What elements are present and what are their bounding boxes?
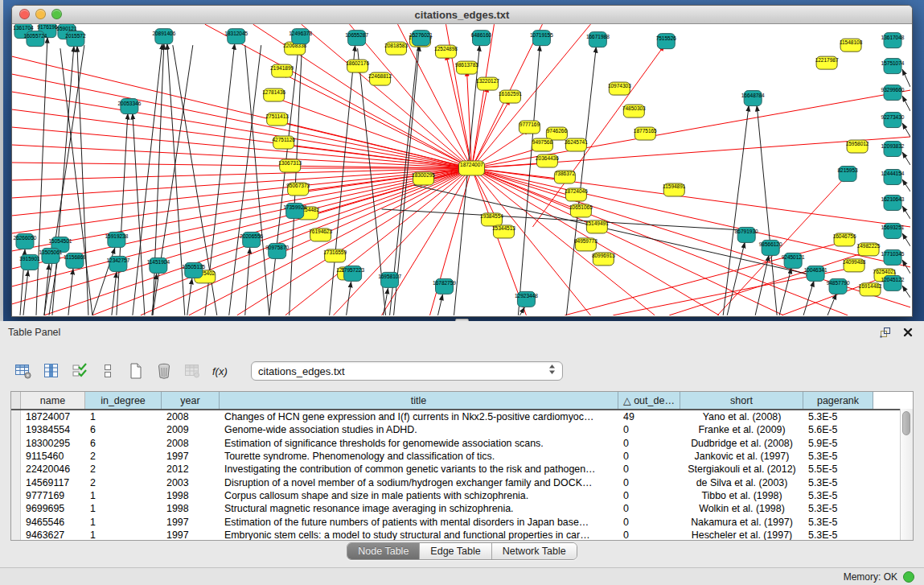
table-cell[interactable]: Genome-wide association studies in ADHD. — [220, 424, 618, 435]
table-row[interactable]: 1872400712008Changes of HCN gene express… — [11, 410, 913, 423]
tab-network-table[interactable]: Network Table — [492, 543, 577, 559]
table-cell[interactable]: 6 — [85, 424, 162, 435]
network-window-titlebar[interactable]: citations_edges.txt — [12, 6, 912, 24]
table-cell[interactable]: 5.3E-5 — [803, 503, 873, 514]
table-row[interactable]: 946554611997Estimation of the future num… — [11, 515, 913, 528]
table-cell[interactable]: 1 — [85, 529, 162, 541]
table-cell[interactable]: 5.6E-5 — [803, 424, 873, 435]
table-vertical-scrollbar[interactable] — [900, 409, 913, 540]
table-cell[interactable]: Investigating the contribution of common… — [220, 463, 618, 475]
table-cell[interactable]: 0 — [618, 477, 680, 488]
table-cell[interactable]: Estimation of significance thresholds fo… — [220, 438, 618, 449]
table-cell[interactable]: Jankovic et al. (1997) — [680, 451, 803, 462]
delete-table-icon[interactable] — [154, 360, 175, 382]
table-cell[interactable]: Structural magnetic resonance image aver… — [220, 503, 618, 514]
table-cell[interactable]: 1997 — [162, 529, 220, 541]
table-cell[interactable]: Hescheler et al. (1997) — [680, 529, 803, 541]
table-cell[interactable]: 2008 — [162, 411, 220, 422]
table-cell[interactable]: 2008 — [162, 438, 220, 449]
table-cell[interactable]: Yano et al. (2008) — [680, 411, 803, 422]
select-columns-icon[interactable] — [41, 360, 62, 382]
table-cell[interactable]: Dudbridge et al. (2008) — [680, 438, 803, 449]
table-cell[interactable]: 0 — [618, 463, 680, 475]
new-document-icon[interactable] — [125, 360, 146, 382]
table-selector-dropdown[interactable]: citations_edges.txt — [251, 361, 563, 381]
table-cell[interactable]: 9115460 — [21, 451, 85, 462]
close-button[interactable] — [19, 9, 30, 19]
close-panel-icon[interactable] — [900, 325, 916, 340]
table-cell[interactable]: 9465546 — [21, 517, 85, 528]
table-cell[interactable]: 49 — [618, 411, 680, 422]
table-cell[interactable]: 5.3E-5 — [803, 477, 873, 488]
table-cell[interactable]: 0 — [618, 424, 680, 435]
table-cell[interactable]: 18724007 — [21, 411, 85, 422]
column-header-out-de-[interactable]: △ out_de… — [618, 392, 680, 409]
table-row[interactable]: 1938455462009Genome-wide association stu… — [11, 423, 913, 436]
rows-icon[interactable] — [97, 360, 118, 382]
table-cell[interactable]: 1 — [85, 490, 162, 501]
table-row[interactable]: 911546021997Tourette syndrome. Phenomeno… — [11, 450, 913, 463]
minimize-button[interactable] — [35, 9, 46, 19]
table-cell[interactable]: 5.5E-5 — [803, 463, 873, 475]
table-cell[interactable]: Disruption of a novel member of a sodium… — [220, 477, 618, 488]
table-cell[interactable]: 9463627 — [21, 529, 85, 541]
table-cell[interactable]: 18300295 — [21, 438, 85, 449]
column-header-title[interactable]: title — [220, 392, 618, 409]
table-cell[interactable]: Tourette syndrome. Phenomenology and cla… — [220, 451, 618, 462]
table-cell[interactable]: 0 — [618, 517, 680, 528]
tab-node-table[interactable]: Node Table — [347, 543, 420, 559]
table-cell[interactable]: Embryonic stem cells: a model to study s… — [220, 529, 618, 541]
table-cell[interactable]: 1 — [85, 503, 162, 514]
table-cell[interactable]: 5.3E-5 — [803, 411, 873, 422]
tab-edge-table[interactable]: Edge Table — [420, 543, 491, 559]
scrollbar-thumb[interactable] — [902, 411, 910, 435]
column-header-in-degree[interactable]: in_degree — [85, 392, 162, 409]
table-cell[interactable]: 14569117 — [21, 477, 85, 488]
table-cell[interactable]: Wolkin et al. (1998) — [680, 503, 803, 514]
column-header-year[interactable]: year — [162, 392, 220, 409]
table-cell[interactable]: Corpus callosum shape and size in male p… — [220, 490, 618, 501]
function-builder-icon[interactable]: f(x) — [210, 360, 231, 382]
table-cell[interactable]: 19384554 — [21, 424, 85, 435]
table-row[interactable]: 969969511998Structural magnetic resonanc… — [11, 502, 913, 515]
table-row[interactable]: 1456911722003Disruption of a novel membe… — [11, 476, 913, 488]
table-cell[interactable]: 1998 — [162, 490, 220, 501]
network-graph[interactable]: 2206833821941899127814362751141342751126… — [12, 24, 910, 315]
table-cell[interactable]: 5.9E-5 — [803, 438, 873, 449]
table-cell[interactable]: 2 — [85, 463, 162, 475]
zoom-button[interactable] — [51, 9, 62, 19]
table-cell[interactable]: 0 — [618, 490, 680, 501]
table-row[interactable]: 946362711997Embryonic stem cells: a mode… — [11, 529, 913, 541]
table-cell[interactable]: 1 — [85, 411, 162, 422]
table-cell[interactable]: Franke et al. (2009) — [680, 424, 803, 435]
table-cell[interactable]: 2 — [85, 477, 162, 488]
table-cell[interactable]: de Silva et al. (2003) — [680, 477, 803, 488]
column-header-pagerank[interactable]: pagerank — [803, 392, 873, 409]
table-cell[interactable]: 2 — [85, 451, 162, 462]
column-header-short[interactable]: short — [680, 392, 803, 409]
table-cell[interactable]: 1997 — [162, 451, 220, 462]
table-cell[interactable]: Stergiakouli et al. (2012) — [680, 463, 803, 475]
table-cell[interactable]: 9699695 — [21, 503, 85, 514]
validate-rows-icon[interactable] — [69, 360, 90, 382]
create-table-icon[interactable] — [13, 360, 34, 382]
table-cell[interactable]: Estimation of the future numbers of pati… — [220, 517, 618, 528]
table-cell[interactable]: 2012 — [162, 463, 220, 475]
table-cell[interactable]: 0 — [618, 451, 680, 462]
table-cell[interactable]: 1998 — [162, 503, 220, 514]
table-cell[interactable]: 5.3E-5 — [803, 490, 873, 501]
float-panel-icon[interactable] — [877, 325, 893, 340]
table-row[interactable]: 2242004622012Investigating the contribut… — [11, 463, 913, 476]
table-cell[interactable]: 6 — [85, 438, 162, 449]
table-row[interactable]: 1830029562008Estimation of significance … — [11, 437, 913, 450]
table-cell[interactable]: Tibbo et al. (1998) — [680, 490, 803, 501]
table-cell[interactable]: 0 — [618, 529, 680, 541]
table-cell[interactable]: 5.3E-5 — [803, 529, 873, 541]
table-cell[interactable]: 22420046 — [21, 463, 85, 475]
table-cell[interactable]: 1 — [85, 517, 162, 528]
table-cell[interactable]: Changes of HCN gene expression and I(f) … — [220, 411, 618, 422]
table-cell[interactable]: 0 — [618, 438, 680, 449]
table-cell[interactable]: 1997 — [162, 517, 220, 528]
column-header-name[interactable]: name — [21, 392, 85, 409]
table-cell[interactable]: 5.3E-5 — [803, 451, 873, 462]
